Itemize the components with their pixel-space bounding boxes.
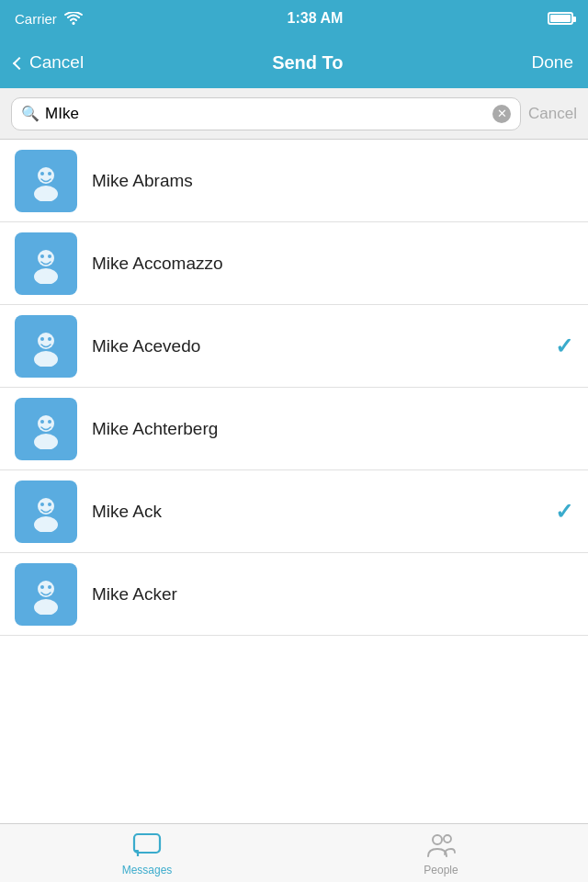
avatar [15, 150, 77, 212]
svg-point-4 [48, 172, 51, 175]
svg-point-14 [34, 434, 58, 449]
battery-icon [548, 12, 573, 25]
avatar-face-icon [26, 492, 66, 532]
contact-item[interactable]: Mike Ack ✓ [0, 470, 588, 553]
cancel-label: Cancel [29, 52, 84, 73]
contact-name: Mike Acevedo [92, 336, 555, 356]
nav-title: Send To [272, 52, 343, 74]
back-chevron-icon [13, 57, 26, 70]
contact-name: Mike Achterberg [92, 419, 573, 439]
avatar [15, 563, 77, 626]
svg-point-18 [34, 516, 58, 532]
people-tab-label: People [424, 864, 458, 876]
done-button[interactable]: Done [532, 52, 573, 73]
tab-messages[interactable]: Messages [0, 831, 294, 876]
svg-point-7 [40, 254, 44, 258]
tab-people[interactable]: People [294, 831, 588, 876]
svg-point-11 [40, 337, 44, 341]
avatar-face-icon [26, 409, 66, 449]
people-tab-icon [426, 831, 456, 860]
svg-point-2 [34, 186, 58, 201]
contact-item[interactable]: Mike Abrams [0, 140, 588, 222]
nav-bar: Cancel Send To Done [0, 37, 588, 88]
avatar-face-icon [26, 574, 66, 615]
avatar [15, 232, 77, 295]
search-cancel-button[interactable]: Cancel [528, 105, 577, 123]
avatar [15, 481, 77, 543]
search-icon: 🔍 [21, 105, 40, 122]
avatar-face-icon [26, 161, 66, 201]
svg-point-8 [48, 254, 51, 258]
carrier-label: Carrier [15, 11, 57, 27]
messages-tab-label: Messages [122, 864, 173, 876]
cancel-button[interactable]: Cancel [15, 52, 84, 73]
selected-checkmark-icon: ✓ [555, 334, 573, 359]
svg-point-26 [433, 835, 442, 844]
contact-name: Mike Abrams [92, 171, 573, 191]
avatar-face-icon [26, 243, 66, 284]
search-bar: 🔍 ✕ Cancel [0, 88, 588, 140]
svg-point-16 [48, 420, 51, 424]
status-time: 1:38 AM [288, 10, 344, 27]
status-battery [548, 12, 573, 25]
svg-point-15 [40, 420, 44, 424]
contact-name: Mike Ack [92, 502, 555, 522]
search-input-wrapper: 🔍 ✕ [11, 97, 521, 130]
contact-item[interactable]: Mike Accomazzo [0, 222, 588, 305]
contact-item[interactable]: Mike Achterberg [0, 388, 588, 470]
svg-point-19 [40, 503, 44, 506]
svg-point-27 [444, 835, 451, 842]
contact-item[interactable]: Mike Acevedo ✓ [0, 305, 588, 388]
contact-name: Mike Acker [92, 584, 573, 605]
svg-point-0 [72, 22, 74, 25]
contact-list: Mike Abrams Mike Accomazzo Mike Acev [0, 140, 588, 823]
status-bar: Carrier 1:38 AM [0, 0, 588, 37]
contact-name: Mike Accomazzo [92, 254, 573, 274]
svg-point-23 [40, 585, 44, 589]
svg-point-10 [34, 351, 58, 367]
contact-item[interactable]: Mike Acker [0, 553, 588, 636]
messages-tab-icon [132, 831, 162, 860]
avatar [15, 398, 77, 460]
avatar-face-icon [26, 326, 66, 367]
svg-point-24 [48, 585, 51, 589]
wifi-icon [64, 12, 83, 25]
selected-checkmark-icon: ✓ [555, 499, 573, 525]
svg-point-6 [34, 268, 58, 284]
svg-point-12 [48, 337, 51, 341]
tab-bar: Messages People [0, 823, 588, 882]
svg-point-22 [34, 599, 58, 615]
search-input[interactable] [45, 105, 487, 123]
clear-search-button[interactable]: ✕ [492, 105, 511, 123]
svg-point-3 [40, 172, 44, 175]
svg-point-20 [48, 503, 51, 506]
avatar [15, 315, 77, 378]
status-carrier-wifi: Carrier [15, 11, 83, 27]
